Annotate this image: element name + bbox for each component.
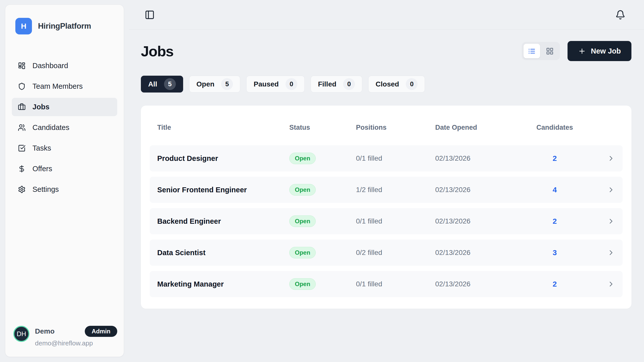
user-meta: Demo Admin demo@hireflow.app	[35, 326, 117, 347]
filter-tab-all[interactable]: All 5	[141, 76, 183, 93]
avatar: DH	[13, 326, 29, 342]
filter-label: Paused	[254, 80, 279, 88]
job-positions: 0/2 filled	[356, 249, 435, 257]
user-email: demo@hireflow.app	[35, 339, 117, 347]
app-logo-icon: H	[15, 18, 32, 34]
chevron-right-icon	[604, 154, 615, 162]
notifications-button[interactable]	[615, 10, 625, 20]
sidebar: H HiringPlatform Dashboard Team Members …	[5, 5, 124, 357]
page-title: Jobs	[141, 43, 173, 60]
column-header-status: Status	[289, 124, 356, 131]
sidebar-toggle-button[interactable]	[145, 10, 155, 20]
job-positions: 0/1 filled	[356, 217, 435, 225]
filter-tab-open[interactable]: Open 5	[189, 76, 240, 93]
filter-tab-paused[interactable]: Paused 0	[246, 76, 305, 93]
filter-count-badge: 5	[164, 78, 176, 90]
sidebar-item-label: Jobs	[32, 103, 50, 111]
job-candidates-count[interactable]: 3	[536, 248, 574, 257]
list-view-button[interactable]	[524, 44, 540, 58]
job-candidates-count[interactable]: 2	[536, 154, 574, 163]
sidebar-item-label: Team Members	[32, 82, 83, 90]
job-date-opened: 02/13/2026	[435, 249, 536, 257]
dollar-icon	[18, 165, 26, 173]
grid-icon	[546, 47, 554, 55]
filter-count-badge: 0	[286, 78, 297, 90]
heading-row: Jobs New Job	[141, 41, 631, 61]
sidebar-item-tasks[interactable]: Tasks	[12, 139, 117, 157]
briefcase-icon	[18, 103, 26, 111]
table-body: Product Designer Open 0/1 filled 02/13/2…	[150, 145, 623, 297]
sidebar-item-dashboard[interactable]: Dashboard	[12, 57, 117, 75]
app-logo: H HiringPlatform	[12, 18, 117, 34]
filter-tab-closed[interactable]: Closed 0	[368, 76, 425, 93]
table-row-backend-engineer[interactable]: Backend Engineer Open 0/1 filled 02/13/2…	[150, 208, 623, 234]
sidebar-item-team-members[interactable]: Team Members	[12, 77, 117, 96]
column-header-date-opened: Date Opened	[435, 124, 536, 131]
gear-icon	[18, 186, 26, 193]
filter-label: Filled	[318, 80, 336, 88]
job-positions: 0/1 filled	[356, 154, 435, 162]
job-candidates-count[interactable]: 2	[536, 217, 574, 225]
column-header-title: Title	[157, 124, 289, 131]
job-title: Data Scientist	[157, 249, 289, 257]
sidebar-item-label: Settings	[32, 185, 59, 194]
sidebar-item-label: Offers	[32, 165, 52, 173]
bell-icon	[615, 10, 625, 20]
job-title: Senior Frontend Engineer	[157, 186, 289, 194]
role-badge: Admin	[85, 326, 117, 337]
panel-left-icon	[145, 10, 155, 20]
job-positions: 0/1 filled	[356, 280, 435, 288]
table-row-senior-frontend-engineer[interactable]: Senior Frontend Engineer Open 1/2 filled…	[150, 177, 623, 203]
filter-count-badge: 0	[406, 78, 418, 90]
status-badge: Open	[289, 215, 316, 227]
job-candidates-count[interactable]: 4	[536, 186, 574, 194]
check-square-icon	[18, 144, 26, 152]
chevron-right-icon	[604, 249, 615, 257]
main-content: Jobs New Job All 5 Open 5 Paused 0 Fille…	[129, 30, 644, 362]
chevron-right-icon	[604, 186, 615, 194]
heading-controls: New Job	[522, 41, 631, 61]
sidebar-item-candidates[interactable]: Candidates	[12, 118, 117, 137]
column-header-candidates: Candidates	[536, 124, 574, 131]
new-job-button[interactable]: New Job	[568, 41, 631, 61]
filter-count-badge: 5	[221, 78, 233, 90]
filter-label: Closed	[376, 80, 399, 88]
shield-icon	[18, 82, 26, 90]
sidebar-item-settings[interactable]: Settings	[12, 180, 117, 199]
filter-count-badge: 0	[343, 78, 355, 90]
job-candidates-count[interactable]: 2	[536, 280, 574, 288]
users-icon	[18, 124, 26, 131]
sidebar-item-label: Dashboard	[32, 62, 68, 70]
screen: H HiringPlatform Dashboard Team Members …	[0, 0, 644, 362]
view-toggle	[522, 42, 560, 60]
list-icon	[528, 47, 536, 55]
status-badge: Open	[289, 184, 316, 196]
plus-icon	[578, 47, 586, 55]
user-card[interactable]: DH Demo Admin demo@hireflow.app	[12, 326, 117, 347]
job-date-opened: 02/13/2026	[435, 154, 536, 162]
filter-tab-filled[interactable]: Filled 0	[311, 76, 362, 93]
status-badge: Open	[289, 153, 316, 164]
filter-label: All	[148, 80, 157, 88]
table-header: Title Status Positions Date Opened Candi…	[150, 117, 623, 138]
sidebar-item-jobs[interactable]: Jobs	[12, 98, 117, 116]
layout-dashboard-icon	[18, 62, 26, 70]
status-badge: Open	[289, 278, 316, 290]
job-date-opened: 02/13/2026	[435, 186, 536, 194]
sidebar-nav: Dashboard Team Members Jobs Candidates T…	[12, 57, 117, 199]
topbar	[129, 0, 644, 30]
filter-label: Open	[196, 80, 215, 88]
table-row-data-scientist[interactable]: Data Scientist Open 0/2 filled 02/13/202…	[150, 240, 623, 266]
user-name: Demo	[35, 327, 55, 335]
job-positions: 1/2 filled	[356, 186, 435, 194]
job-date-opened: 02/13/2026	[435, 280, 536, 288]
grid-view-button[interactable]	[542, 44, 558, 58]
filter-tabs: All 5 Open 5 Paused 0 Filled 0 Closed 0	[141, 76, 631, 93]
sidebar-item-offers[interactable]: Offers	[12, 160, 117, 178]
table-row-marketing-manager[interactable]: Marketing Manager Open 0/1 filled 02/13/…	[150, 271, 623, 297]
sidebar-item-label: Tasks	[32, 144, 51, 152]
jobs-table: Title Status Positions Date Opened Candi…	[141, 106, 631, 309]
chevron-right-icon	[604, 280, 615, 288]
table-row-product-designer[interactable]: Product Designer Open 0/1 filled 02/13/2…	[150, 145, 623, 171]
column-header-positions: Positions	[356, 124, 435, 131]
